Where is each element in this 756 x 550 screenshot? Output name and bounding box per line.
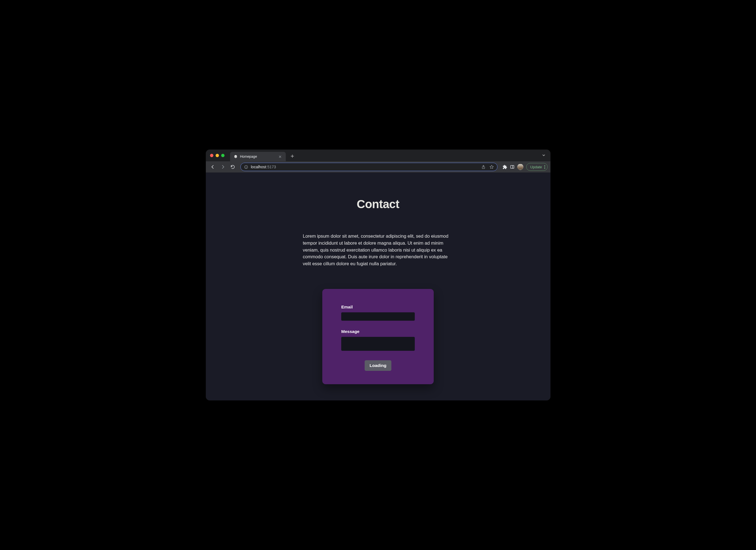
update-label: Update <box>530 165 542 169</box>
tab-bar: Homepage <box>206 150 550 161</box>
close-window-icon[interactable] <box>210 154 213 157</box>
email-input[interactable] <box>341 312 415 321</box>
chevron-down-icon[interactable] <box>542 153 545 158</box>
submit-row: Loading <box>341 360 415 371</box>
bookmark-icon[interactable] <box>489 165 494 169</box>
update-button[interactable]: Update <box>526 163 548 171</box>
page-content: Contact Lorem ipsum dolor sit amet, cons… <box>292 172 464 400</box>
submit-button[interactable]: Loading <box>365 360 391 371</box>
forward-button[interactable] <box>219 163 227 171</box>
address-bar[interactable]: localhost:5173 <box>240 163 498 171</box>
favicon-icon <box>233 154 238 159</box>
reload-button[interactable] <box>229 163 237 171</box>
info-icon[interactable] <box>244 165 248 169</box>
window-controls <box>210 154 225 157</box>
profile-avatar[interactable] <box>517 164 523 170</box>
new-tab-button[interactable] <box>289 152 296 160</box>
page-title: Contact <box>303 198 453 211</box>
contact-form-card: Email Message Loading <box>322 289 434 384</box>
kebab-menu-icon[interactable] <box>544 165 545 169</box>
toolbar: localhost:5173 Update <box>206 161 550 172</box>
message-label: Message <box>341 329 415 334</box>
email-label: Email <box>341 305 415 310</box>
tab-bar-right <box>542 153 548 158</box>
maximize-window-icon[interactable] <box>221 154 225 157</box>
extensions-icon[interactable] <box>503 165 507 169</box>
email-form-group: Email <box>341 305 415 321</box>
close-tab-icon[interactable] <box>278 154 282 159</box>
panel-icon[interactable] <box>510 165 514 169</box>
minimize-window-icon[interactable] <box>216 154 219 157</box>
browser-window: Homepage localhos <box>206 150 550 400</box>
svg-rect-6 <box>511 166 514 169</box>
message-input[interactable] <box>341 337 415 351</box>
url-text: localhost:5173 <box>251 165 276 169</box>
url-host: localhost <box>251 165 266 169</box>
intro-paragraph: Lorem ipsum dolor sit amet, consectetur … <box>303 233 453 267</box>
address-bar-actions <box>481 165 494 169</box>
share-icon[interactable] <box>481 165 486 169</box>
viewport[interactable]: Contact Lorem ipsum dolor sit amet, cons… <box>206 172 550 400</box>
message-form-group: Message <box>341 329 415 352</box>
browser-tab[interactable]: Homepage <box>230 152 286 161</box>
toolbar-right: Update <box>501 163 548 171</box>
tab-title: Homepage <box>240 155 276 159</box>
url-port: :5173 <box>266 165 276 169</box>
back-button[interactable] <box>209 163 217 171</box>
